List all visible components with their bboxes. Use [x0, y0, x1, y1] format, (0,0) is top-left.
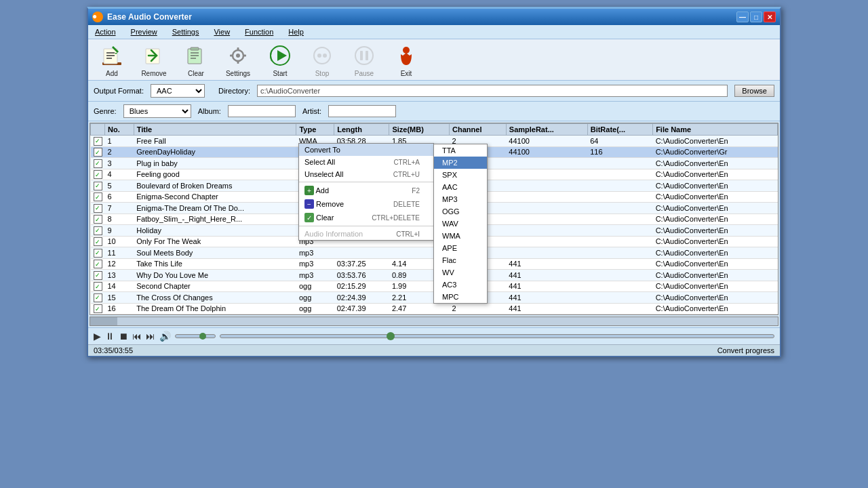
progress-track[interactable] [220, 334, 774, 338]
checkbox-9[interactable]: ✓ [94, 237, 102, 246]
checkbox-3[interactable]: ✓ [94, 170, 102, 179]
row-checkbox[interactable]: ✓ [91, 191, 105, 203]
checkbox-0[interactable]: ✓ [94, 137, 102, 146]
horizontal-scrollbar[interactable] [90, 317, 778, 326]
ctx-select-all[interactable]: Select All CTRL+A [299, 156, 433, 168]
player-prev-button[interactable]: ⏮ [132, 331, 142, 342]
maximize-button[interactable]: □ [750, 12, 762, 22]
checkbox-10[interactable]: ✓ [94, 249, 102, 258]
checkbox-6[interactable]: ✓ [94, 204, 102, 213]
player-stop-button[interactable]: ⏹ [119, 331, 128, 342]
output-format-select[interactable]: AACMP3WMAOGG FLACWAVAPEAC3 [151, 84, 205, 98]
genre-select[interactable]: BluesRockPopJazz [123, 104, 191, 118]
row-checkbox[interactable]: ✓ [91, 247, 105, 259]
menu-view[interactable]: View [211, 26, 233, 37]
progress-thumb[interactable] [387, 332, 395, 340]
checkbox-5[interactable]: ✓ [94, 192, 102, 201]
start-button[interactable]: Start [262, 42, 298, 77]
submenu-spx[interactable]: SPX [434, 169, 487, 181]
svg-point-19 [314, 47, 330, 64]
table-row[interactable]: ✓ 16 The Dream Of The Dolphin ogg 02:47.… [91, 303, 778, 314]
submenu-tta[interactable]: TTA [434, 144, 487, 157]
row-size: 2.47 [389, 303, 450, 314]
submenu-mpc[interactable]: MPC [434, 291, 487, 303]
checkbox-11[interactable]: ✓ [94, 260, 102, 268]
settings-button[interactable]: Settings [220, 42, 256, 77]
submenu-wv[interactable]: WV [434, 266, 487, 279]
ctx-unselect-all[interactable]: Unselect All CTRL+U [299, 168, 433, 180]
scrollbar-thumb[interactable] [90, 317, 117, 325]
row-checkbox[interactable]: ✓ [91, 146, 105, 158]
album-input[interactable] [228, 105, 296, 117]
close-button[interactable]: ✕ [764, 12, 776, 22]
ctx-add[interactable]: + Add F2 [299, 184, 433, 197]
clear-label: Clear [188, 70, 204, 77]
start-label: Start [273, 70, 287, 77]
player-next-button[interactable]: ⏭ [146, 331, 155, 342]
row-title: Fatboy_Slim_-_Right_Here_R... [134, 214, 296, 225]
row-checkbox[interactable]: ✓ [91, 258, 105, 270]
row-checkbox[interactable]: ✓ [91, 225, 105, 237]
checkbox-12[interactable]: ✓ [94, 271, 102, 280]
menu-settings[interactable]: Settings [170, 26, 202, 37]
submenu-mp2[interactable]: MP2 [434, 157, 487, 169]
minimize-button[interactable]: — [736, 12, 749, 22]
ctx-remove[interactable]: − Remove DELETE [299, 197, 433, 211]
exit-button[interactable]: Exit [388, 42, 425, 77]
checkbox-13[interactable]: ✓ [94, 282, 102, 291]
row-checkbox[interactable]: ✓ [91, 158, 105, 169]
exit-label: Exit [401, 70, 412, 77]
svg-rect-7 [191, 47, 199, 50]
submenu-wav[interactable]: WAV [434, 218, 487, 230]
browse-button[interactable]: Browse [734, 85, 774, 97]
row-checkbox[interactable]: ✓ [91, 292, 105, 304]
row-sample [506, 191, 587, 203]
add-button[interactable]: Add [94, 42, 130, 77]
submenu-ape[interactable]: APE [434, 242, 487, 254]
ctx-clear[interactable]: ✓ Clear CTRL+DELETE [299, 211, 433, 224]
row-checkbox[interactable]: ✓ [91, 180, 105, 192]
stop-button[interactable]: Stop [304, 42, 340, 77]
remove-button[interactable]: Remove [136, 42, 172, 77]
checkbox-8[interactable]: ✓ [94, 226, 102, 235]
row-checkbox[interactable]: ✓ [91, 136, 105, 147]
volume-track[interactable] [175, 334, 216, 338]
clear-button[interactable]: Clear [178, 42, 214, 77]
checkbox-15[interactable]: ✓ [94, 304, 102, 313]
menu-help[interactable]: Help [285, 26, 307, 37]
checkbox-7[interactable]: ✓ [94, 215, 102, 224]
checkbox-14[interactable]: ✓ [94, 293, 102, 302]
row-checkbox[interactable]: ✓ [91, 236, 105, 247]
row-title: Soul Meets Body [134, 247, 296, 259]
artist-input[interactable] [328, 105, 396, 117]
row-checkbox[interactable]: ✓ [91, 303, 105, 314]
submenu-wma[interactable]: WMA [434, 230, 487, 242]
menu-preview[interactable]: Preview [128, 26, 160, 37]
submenu-ogg[interactable]: OGG [434, 205, 487, 218]
submenu-ac3[interactable]: AC3 [434, 279, 487, 291]
checkbox-4[interactable]: ✓ [94, 182, 102, 190]
submenu-mp3[interactable]: MP3 [434, 193, 487, 205]
checkbox-2[interactable]: ✓ [94, 159, 102, 168]
col-length: Length [334, 124, 389, 136]
row-bitrate [587, 303, 652, 314]
checkbox-1[interactable]: ✓ [94, 148, 102, 157]
menu-action[interactable]: Action [92, 26, 119, 37]
volume-thumb[interactable] [199, 333, 206, 340]
row-title: Free Fall [134, 136, 296, 147]
submenu-aac[interactable]: AAC [434, 181, 487, 193]
menu-function[interactable]: Function [242, 26, 276, 37]
row-checkbox[interactable]: ✓ [91, 270, 105, 281]
row-checkbox[interactable]: ✓ [91, 214, 105, 225]
row-checkbox[interactable]: ✓ [91, 281, 105, 292]
row-checkbox[interactable]: ✓ [91, 169, 105, 180]
submenu-flac[interactable]: Flac [434, 254, 487, 266]
ctx-convert-to[interactable]: Convert To TTA MP2 SPX AAC MP3 OGG WAV W… [299, 144, 433, 156]
player-pause-button[interactable]: ⏸ [105, 331, 115, 342]
svg-rect-23 [360, 51, 363, 60]
play-button[interactable]: ▶ [94, 331, 101, 342]
row-checkbox[interactable]: ✓ [91, 203, 105, 214]
directory-input[interactable] [257, 85, 728, 97]
pause-button[interactable]: Pause [346, 42, 382, 77]
row-title: Holiday [134, 225, 296, 237]
